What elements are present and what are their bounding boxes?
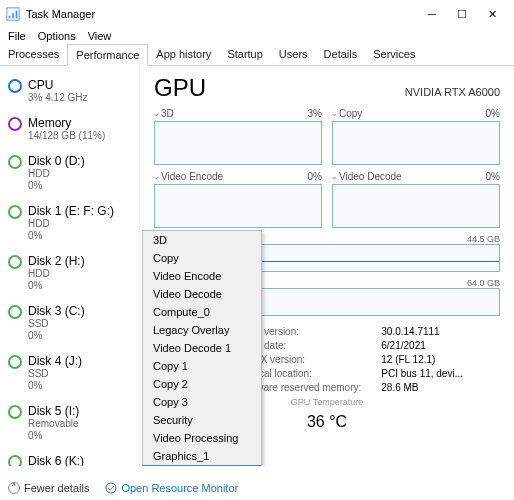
graph-pct-copy: 0% <box>486 108 500 119</box>
sidebar-item-memory[interactable]: Memory14/128 GB (11%) <box>0 110 139 148</box>
sidebar-item-disk-2-h-[interactable]: Disk 2 (H:)HDD0% <box>0 248 139 298</box>
dropdown-item-video-decode[interactable]: Video Decode <box>143 285 261 303</box>
chevron-down-icon[interactable]: ⌵ <box>332 172 337 181</box>
graph-video-encode[interactable] <box>154 184 322 228</box>
tab-startup[interactable]: Startup <box>219 44 270 65</box>
disk-icon <box>8 455 22 466</box>
menu-file[interactable]: File <box>8 30 26 42</box>
monitor-icon <box>105 482 117 494</box>
dropdown-item-video-decode-1[interactable]: Video Decode 1 <box>143 339 261 357</box>
sidebar-item-disk-6-k-[interactable]: Disk 6 (K:)Removable0% <box>0 448 139 466</box>
titlebar: Task Manager ─ ☐ ✕ <box>0 0 514 28</box>
chevron-down-icon[interactable]: ⌵ <box>154 109 159 118</box>
cpu-icon <box>8 79 22 93</box>
tab-services[interactable]: Services <box>365 44 423 65</box>
close-button[interactable]: ✕ <box>486 8 498 20</box>
graph-label-3d[interactable]: 3D <box>161 108 174 119</box>
minimize-button[interactable]: ─ <box>426 8 438 20</box>
maximize-button[interactable]: ☐ <box>456 8 468 20</box>
sidebar[interactable]: CPU3% 4.12 GHzMemory14/128 GB (11%)Disk … <box>0 66 140 466</box>
disk-icon <box>8 305 22 319</box>
dropdown-item-copy[interactable]: Copy <box>143 249 261 267</box>
sidebar-item-disk-0-d-[interactable]: Disk 0 (D:)HDD0% <box>0 148 139 198</box>
open-resource-monitor-link[interactable]: Open Resource Monitor <box>105 482 238 494</box>
main-panel: GPU NVIDIA RTX A6000 ⌵3D 3% ⌵Copy 0% <box>140 66 514 466</box>
sidebar-item-cpu[interactable]: CPU3% 4.12 GHz <box>0 72 139 110</box>
graph-label-vdecode[interactable]: Video Decode <box>339 171 402 182</box>
sidebar-item-disk-4-j-[interactable]: Disk 4 (J:)SSD0% <box>0 348 139 398</box>
dropdown-item-legacy-overlay[interactable]: Legacy Overlay <box>143 321 261 339</box>
tab-details[interactable]: Details <box>316 44 366 65</box>
disk-icon <box>8 205 22 219</box>
footer: ˄ Fewer details Open Resource Monitor <box>8 482 238 494</box>
tab-users[interactable]: Users <box>271 44 316 65</box>
graph-copy[interactable] <box>332 121 500 165</box>
dropdown-item-video-processing[interactable]: Video Processing <box>143 429 261 447</box>
sidebar-item-disk-1-e-f-g-[interactable]: Disk 1 (E: F: G:)HDD0% <box>0 198 139 248</box>
window-title: Task Manager <box>26 8 426 20</box>
dropdown-item-video-encode[interactable]: Video Encode <box>143 267 261 285</box>
svg-rect-2 <box>12 13 14 18</box>
dropdown-item-cuda[interactable]: Cuda <box>143 465 261 466</box>
menu-options[interactable]: Options <box>38 30 76 42</box>
disk-icon <box>8 155 22 169</box>
chevron-down-icon[interactable]: ⌵ <box>154 172 159 181</box>
graph-pct-3d: 3% <box>308 108 322 119</box>
mem-icon <box>8 117 22 131</box>
graph-video-decode[interactable] <box>332 184 500 228</box>
dropdown-item-copy-1[interactable]: Copy 1 <box>143 357 261 375</box>
dropdown-item-graphics-1[interactable]: Graphics_1 <box>143 447 261 465</box>
tab-app-history[interactable]: App history <box>148 44 219 65</box>
menu-view[interactable]: View <box>88 30 112 42</box>
dropdown-item-copy-3[interactable]: Copy 3 <box>143 393 261 411</box>
dropdown-item-compute-0[interactable]: Compute_0 <box>143 303 261 321</box>
svg-point-4 <box>106 483 116 493</box>
tabs: Processes Performance App history Startu… <box>0 44 514 66</box>
graph-label-copy[interactable]: Copy <box>339 108 362 119</box>
engine-dropdown[interactable]: 3DCopyVideo EncodeVideo DecodeCompute_0L… <box>142 230 262 466</box>
disk-icon <box>8 405 22 419</box>
menubar: File Options View <box>0 28 514 44</box>
tab-processes[interactable]: Processes <box>0 44 67 65</box>
fewer-details-button[interactable]: ˄ Fewer details <box>8 482 89 494</box>
dropdown-item-3d[interactable]: 3D <box>143 231 261 249</box>
graph-3d[interactable] <box>154 121 322 165</box>
graph-pct-vdecode: 0% <box>486 171 500 182</box>
sidebar-item-disk-5-i-[interactable]: Disk 5 (I:)Removable0% <box>0 398 139 448</box>
svg-rect-3 <box>16 11 18 19</box>
svg-rect-1 <box>9 16 11 19</box>
chevron-up-icon: ˄ <box>8 482 20 494</box>
graph-label-vencode[interactable]: Video Encode <box>161 171 223 182</box>
disk-icon <box>8 355 22 369</box>
chevron-down-icon[interactable]: ⌵ <box>332 109 337 118</box>
graph-pct-vencode: 0% <box>308 171 322 182</box>
dropdown-item-copy-2[interactable]: Copy 2 <box>143 375 261 393</box>
page-title: GPU <box>154 74 206 102</box>
tab-performance[interactable]: Performance <box>67 44 148 66</box>
sidebar-item-disk-3-c-[interactable]: Disk 3 (C:)SSD0% <box>0 298 139 348</box>
gpu-name: NVIDIA RTX A6000 <box>405 86 500 98</box>
taskmgr-icon <box>6 7 20 21</box>
dropdown-item-security[interactable]: Security <box>143 411 261 429</box>
disk-icon <box>8 255 22 269</box>
